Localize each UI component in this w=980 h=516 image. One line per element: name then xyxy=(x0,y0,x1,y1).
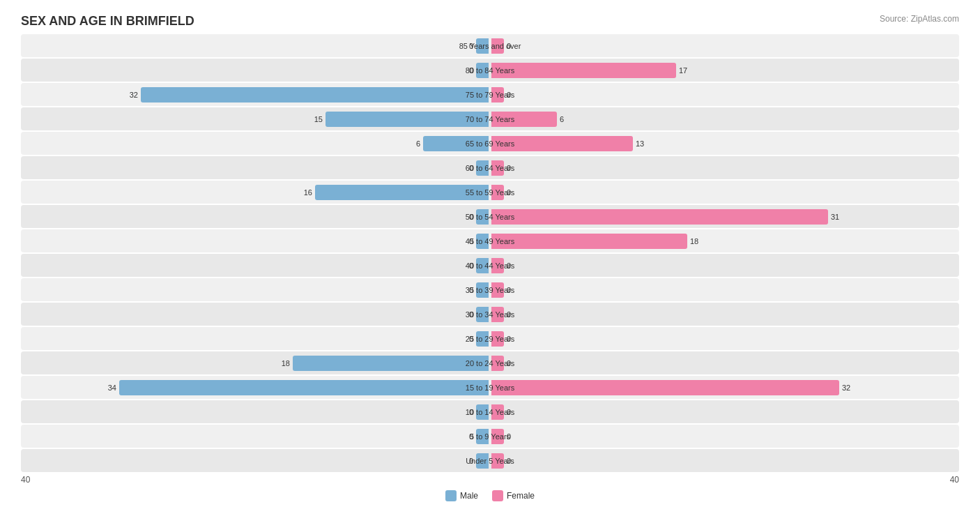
female-zero-label: 0 xyxy=(507,432,511,441)
legend-female-label: Female xyxy=(507,491,535,501)
male-bar-stub xyxy=(476,282,489,298)
male-value-label: 16 xyxy=(304,188,312,197)
male-bar xyxy=(119,380,489,395)
bar-row: 080 to 84 Years17 xyxy=(21,59,959,82)
legend-female: Female xyxy=(492,490,535,501)
male-bar xyxy=(315,185,489,200)
legend-female-box xyxy=(492,490,503,501)
male-value-label: 18 xyxy=(282,359,290,367)
axis-bottom: 40 40 xyxy=(21,475,959,485)
male-bar-stub xyxy=(476,429,489,444)
female-bar xyxy=(491,63,676,78)
bar-row: 665 to 69 Years13 xyxy=(21,132,959,155)
female-bar-stub xyxy=(491,185,504,200)
female-bar xyxy=(491,380,839,395)
chart-container: SEX AND AGE IN BRIMFIELD Source: ZipAtla… xyxy=(0,0,980,516)
female-bar-stub xyxy=(491,453,504,469)
male-zero-label: 0 xyxy=(469,42,473,50)
bar-row: 060 to 64 Years0 xyxy=(21,156,959,179)
male-zero-label: 0 xyxy=(469,408,473,416)
male-zero-label: 0 xyxy=(469,237,473,245)
male-zero-label: 0 xyxy=(469,457,473,465)
female-bar xyxy=(491,234,687,249)
female-value-label: 6 xyxy=(560,115,564,123)
bar-row: 085 Years and over0 xyxy=(21,34,959,57)
chart-title: SEX AND AGE IN BRIMFIELD xyxy=(21,14,959,29)
chart-inner: 085 Years and over0080 to 84 Years173275… xyxy=(21,34,959,472)
male-zero-label: 0 xyxy=(469,286,473,294)
male-bar-stub xyxy=(476,331,489,347)
male-bar xyxy=(141,87,489,103)
female-zero-label: 0 xyxy=(507,286,511,294)
bar-row: 1570 to 74 Years6 xyxy=(21,107,959,130)
female-bar-stub xyxy=(491,87,504,103)
male-bar xyxy=(423,136,489,151)
legend-male-label: Male xyxy=(460,491,478,501)
male-bar-stub xyxy=(476,307,489,322)
male-value-label: 6 xyxy=(416,139,420,148)
female-bar-stub xyxy=(491,331,504,347)
female-zero-label: 0 xyxy=(507,359,511,367)
male-zero-label: 0 xyxy=(469,261,473,270)
female-bar-stub xyxy=(491,307,504,322)
axis-right-label: 40 xyxy=(950,475,959,485)
female-zero-label: 0 xyxy=(507,310,511,319)
bar-row: 030 to 34 Years0 xyxy=(21,303,959,326)
axis-left-label: 40 xyxy=(21,475,30,485)
female-value-label: 13 xyxy=(636,139,644,148)
male-bar-stub xyxy=(476,209,489,225)
male-bar-stub xyxy=(476,160,489,176)
bar-row: 025 to 29 Years0 xyxy=(21,327,959,350)
bar-row: 010 to 14 Years0 xyxy=(21,400,959,423)
male-bar-stub xyxy=(476,234,489,249)
female-zero-label: 0 xyxy=(507,457,511,465)
male-bar-stub xyxy=(476,63,489,78)
male-bar-stub xyxy=(476,38,489,54)
male-value-label: 15 xyxy=(314,115,323,123)
male-zero-label: 0 xyxy=(469,335,473,343)
male-bar xyxy=(326,112,489,127)
female-zero-label: 0 xyxy=(507,408,511,416)
female-zero-label: 0 xyxy=(507,188,511,197)
female-bar xyxy=(491,136,633,151)
female-value-label: 31 xyxy=(831,213,839,221)
female-value-label: 17 xyxy=(679,66,687,75)
male-zero-label: 0 xyxy=(469,432,473,441)
male-zero-label: 0 xyxy=(469,213,473,221)
male-value-label: 34 xyxy=(108,384,116,392)
male-zero-label: 0 xyxy=(469,66,473,75)
bar-row: 0Under 5 Years0 xyxy=(21,449,959,472)
female-value-label: 18 xyxy=(690,237,698,245)
female-bar-stub xyxy=(491,258,504,273)
female-zero-label: 0 xyxy=(507,42,511,50)
male-bar-stub xyxy=(476,453,489,469)
female-zero-label: 0 xyxy=(507,164,511,172)
female-bar xyxy=(491,209,828,225)
female-value-label: 32 xyxy=(842,384,850,392)
bar-row: 1820 to 24 Years0 xyxy=(21,351,959,374)
legend-male-box xyxy=(445,490,457,501)
bar-row: 045 to 49 Years18 xyxy=(21,229,959,252)
bar-row: 050 to 54 Years31 xyxy=(21,205,959,228)
female-bar-stub xyxy=(491,282,504,298)
female-bar-stub xyxy=(491,38,504,54)
male-zero-label: 0 xyxy=(469,164,473,172)
female-zero-label: 0 xyxy=(507,261,511,270)
male-value-label: 32 xyxy=(130,91,138,99)
bar-row: 05 to 9 Years0 xyxy=(21,425,959,448)
bar-row: 040 to 44 Years0 xyxy=(21,254,959,277)
female-zero-label: 0 xyxy=(507,91,511,99)
bar-row: 3415 to 19 Years32 xyxy=(21,376,959,399)
female-bar-stub xyxy=(491,404,504,420)
bar-row: 1655 to 59 Years0 xyxy=(21,181,959,204)
male-bar xyxy=(293,356,489,371)
bar-row: 035 to 39 Years0 xyxy=(21,278,959,301)
male-bar-stub xyxy=(476,258,489,273)
female-bar-stub xyxy=(491,160,504,176)
male-zero-label: 0 xyxy=(469,310,473,319)
female-bar xyxy=(491,112,557,127)
female-bar-stub xyxy=(491,356,504,371)
female-zero-label: 0 xyxy=(507,335,511,343)
bar-row: 3275 to 79 Years0 xyxy=(21,83,959,106)
female-bar-stub xyxy=(491,429,504,444)
